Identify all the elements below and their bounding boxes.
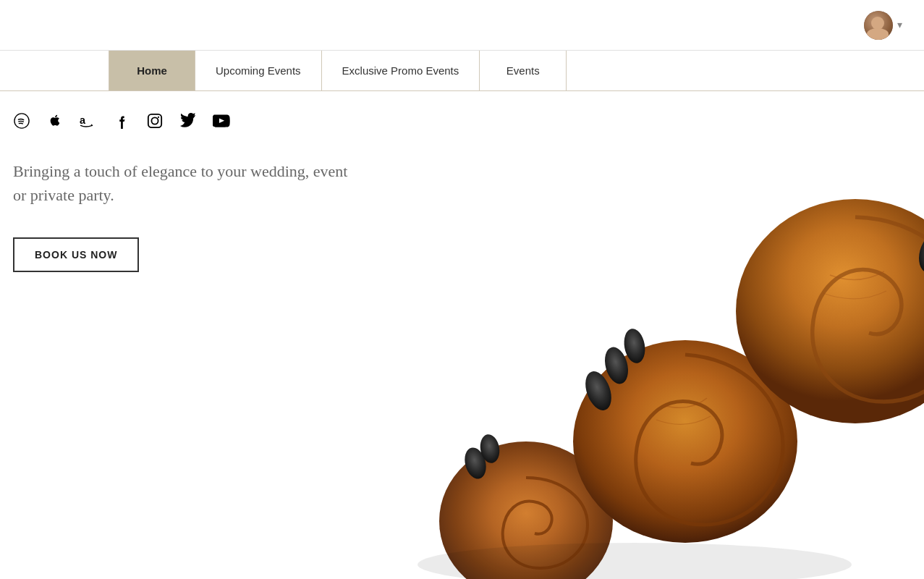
book-us-now-button[interactable]: BOOK US NOW (13, 237, 139, 272)
youtube-icon[interactable] (213, 112, 230, 130)
apple-icon[interactable] (46, 112, 64, 130)
svg-point-4 (158, 117, 159, 118)
navigation: Home Upcoming Events Exclusive Promo Eve… (0, 51, 924, 91)
twitter-icon[interactable] (179, 112, 197, 130)
instagram-icon[interactable] (146, 112, 164, 130)
hero-tagline: Bringing a touch of elegance to your wed… (13, 159, 360, 207)
svg-text:a: a (80, 114, 86, 126)
svg-rect-2 (148, 114, 161, 127)
hero-image (345, 94, 924, 579)
facebook-icon[interactable] (113, 112, 130, 130)
nav-item-exclusive-promo-events[interactable]: Exclusive Promo Events (322, 51, 480, 90)
nav-item-upcoming-events[interactable]: Upcoming Events (195, 51, 322, 90)
chevron-down-icon[interactable]: ▾ (897, 19, 902, 31)
avatar[interactable] (864, 11, 893, 40)
top-bar: ▾ (0, 0, 924, 51)
nav-item-events[interactable]: Events (480, 51, 567, 90)
amazon-icon[interactable]: a (80, 112, 97, 130)
social-icons-row: a (13, 112, 230, 130)
spotify-icon[interactable] (13, 112, 30, 130)
svg-point-3 (151, 117, 158, 124)
nav-item-home[interactable]: Home (109, 51, 195, 90)
